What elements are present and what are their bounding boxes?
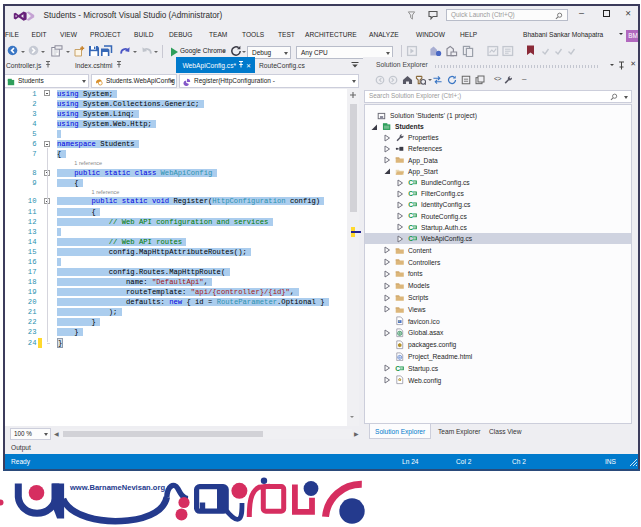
svg-text:C: C bbox=[408, 235, 413, 242]
svg-text:C: C bbox=[408, 202, 413, 209]
svg-text:C: C bbox=[408, 224, 413, 231]
svg-text:C: C bbox=[408, 179, 413, 186]
svg-text:www.BarnameNevisan.org: www.BarnameNevisan.org bbox=[69, 483, 165, 492]
svg-text:C: C bbox=[395, 365, 400, 372]
svg-text:C: C bbox=[408, 213, 413, 220]
svg-text:C: C bbox=[408, 190, 413, 197]
